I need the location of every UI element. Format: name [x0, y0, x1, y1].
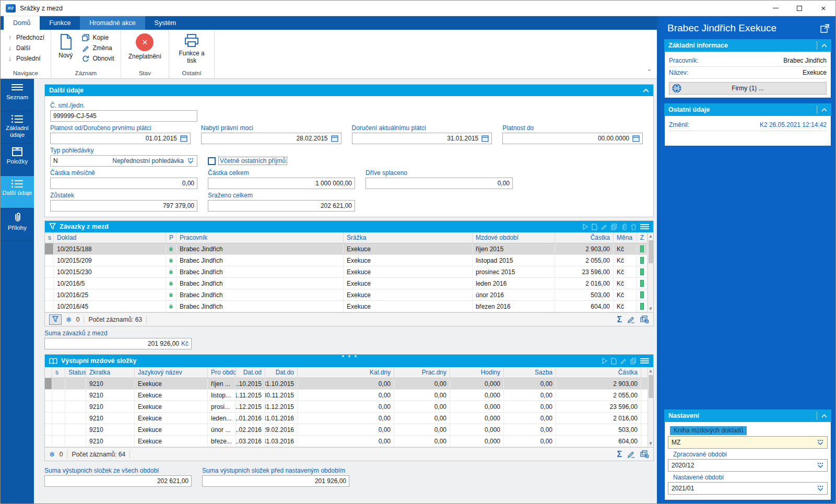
vystupni-row[interactable]: 9210Exekuceprosi...01.12.201531.12.20150…	[45, 401, 647, 413]
col-castka[interactable]: Částka	[555, 232, 614, 243]
col-zkratka[interactable]: Zkratka	[86, 367, 135, 378]
copy-add-icon[interactable]	[640, 315, 649, 323]
sidebar-item-dalsi-udaje[interactable]: Další údaje	[1, 176, 34, 208]
col-obdobi[interactable]: Mzdové období	[473, 232, 555, 243]
col-jazykovy[interactable]: Jazykový název	[135, 367, 208, 378]
vystupni-row[interactable]: 9210Exekucebřeze...01.03.201631.03.20160…	[45, 436, 647, 447]
sum-icon[interactable]: Σ	[617, 315, 622, 324]
maximize-button[interactable]	[787, 1, 811, 16]
edit-icon[interactable]	[627, 450, 635, 458]
col-pro-obdobi[interactable]: Pro obdo	[208, 367, 236, 378]
vcetne-checkbox-row[interactable]: Včetně ostatních příjmů	[208, 155, 287, 167]
zavazky-scrollbar[interactable]: ▲ ▼	[647, 232, 653, 312]
vystupni-row[interactable]: 9210Exekuceříjen ...01.10.201531.10.2015…	[45, 378, 647, 390]
vystupni-row[interactable]: 9210Exekuceúnor ...01.02.201629.02.20160…	[45, 424, 647, 436]
open-external-icon[interactable]	[820, 24, 829, 33]
vystupni-scrollbar[interactable]: ▲ ▼	[647, 367, 653, 447]
collapse-chevron-icon[interactable]	[821, 44, 827, 48]
scroll-down-icon[interactable]: ▼	[648, 305, 653, 312]
delete-icon[interactable]	[631, 224, 637, 230]
sidebar-item-prilohy[interactable]: Přílohy	[1, 208, 34, 241]
doruceni-field[interactable]: 31.01.2015	[352, 133, 492, 144]
typ-field[interactable]: N Nepřednostní pohledávka	[50, 155, 197, 167]
kopie-button[interactable]: Kopie	[79, 33, 117, 42]
new-icon[interactable]	[611, 358, 617, 365]
celkem-field[interactable]: 1 000 000,00	[208, 178, 355, 189]
scroll-up-icon[interactable]: ▲	[648, 367, 653, 374]
cislo-field[interactable]: 999999-CJ-545	[50, 110, 197, 122]
col-mena[interactable]: Měna	[614, 232, 637, 243]
calendar-icon[interactable]	[180, 135, 187, 142]
col-prac-dny[interactable]: Prac.dny	[394, 367, 450, 378]
scroll-up-icon[interactable]: ▲	[648, 232, 653, 240]
col-s[interactable]: s	[52, 367, 65, 378]
obnovit-button[interactable]: Obnovit	[79, 54, 117, 63]
firmy-button[interactable]: Firmy (1) ...	[669, 82, 827, 95]
col-pracovnik[interactable]: Pracovník	[176, 232, 344, 243]
zavazky-row[interactable]: 10/2016/45 Brabec JindřichExekucebřezen …	[45, 301, 647, 312]
mesicne-field[interactable]: 0,00	[50, 178, 197, 189]
new-icon[interactable]	[592, 224, 597, 230]
calendar-icon[interactable]	[481, 135, 489, 142]
scroll-thumb[interactable]	[649, 240, 653, 263]
calendar-icon[interactable]	[632, 135, 640, 142]
col-hodiny[interactable]: Hodiny	[450, 367, 504, 378]
dalsi-button[interactable]: ↓Další	[4, 43, 48, 52]
col-s[interactable]: s	[45, 232, 54, 243]
attachment-icon[interactable]	[621, 223, 627, 230]
zavazky-row[interactable]: 10/2015/230 Brabec JindřichExekuceprosin…	[45, 266, 647, 278]
collapse-chevron-icon[interactable]	[821, 414, 827, 418]
edit-icon[interactable]	[620, 358, 627, 364]
drive-field[interactable]: 0,00	[366, 178, 513, 189]
platnost-od-field[interactable]: 01.01.2015	[50, 133, 191, 144]
edit-icon[interactable]	[601, 224, 607, 230]
calendar-icon[interactable]	[331, 135, 338, 142]
tab-hromadne-akce[interactable]: Hromadné akce	[80, 16, 145, 30]
col-castka[interactable]: Částka	[556, 367, 641, 378]
run-icon[interactable]	[582, 224, 588, 230]
dropdown-icon[interactable]	[817, 485, 824, 491]
tab-domu[interactable]: Domů	[4, 16, 40, 30]
sidebar-item-seznam[interactable]: Seznam	[1, 79, 34, 111]
collapse-chevron-icon[interactable]	[821, 108, 827, 112]
suma-vsech-field[interactable]: 202 621,00	[44, 475, 192, 487]
copy-icon[interactable]	[630, 358, 637, 365]
frozen-icon[interactable]: ❄	[66, 315, 72, 324]
splitter-handle[interactable]	[342, 355, 357, 357]
nabyti-field[interactable]: 28.02.2015	[201, 133, 342, 144]
zavazky-row[interactable]: 10/2016/5 Brabec JindřichExekuceleden 20…	[45, 278, 647, 289]
checkbox-icon[interactable]	[208, 157, 216, 165]
zavazky-row[interactable]: 10/2016/25 Brabec JindřichExekuceúnor 20…	[45, 289, 647, 301]
platnost-do-field[interactable]: 00.00.0000	[502, 133, 643, 144]
scroll-thumb[interactable]	[649, 375, 653, 398]
zustatek-field[interactable]: 797 379,00	[50, 200, 197, 212]
novy-button[interactable]: Nový	[54, 32, 77, 63]
frozen-icon[interactable]: ❄	[49, 450, 55, 459]
dropdown-icon[interactable]	[817, 439, 824, 446]
copy-add-icon[interactable]	[640, 450, 649, 458]
zmena-button[interactable]: Změna	[79, 44, 117, 52]
nastavene-field[interactable]: 2021/01	[668, 482, 828, 495]
col-status[interactable]: Status	[65, 367, 86, 378]
tab-funkce[interactable]: Funkce	[40, 16, 80, 30]
ribbon-collapse-icon[interactable]: ⌃	[647, 68, 652, 75]
predchozi-button[interactable]: ↑Předchozí	[4, 33, 48, 42]
zavazky-row[interactable]: 10/2015/188 Brabec JindřichExekuceříjen …	[45, 243, 647, 255]
minimize-button[interactable]	[763, 1, 787, 16]
col-srazka[interactable]: Srážka	[344, 232, 473, 243]
col-doklad[interactable]: Doklad	[54, 232, 166, 243]
col-kal-dny[interactable]: Kal.dny	[298, 367, 394, 378]
vystupni-row[interactable]: 9210Exekucelistop...01.11.201530.11.2015…	[45, 390, 647, 401]
collapse-chevron-icon[interactable]	[643, 89, 649, 92]
suma-zavazku-field[interactable]: 201 926,00 Kč	[44, 338, 192, 349]
funkce-a-tisk-button[interactable]: Funkce a tisk	[172, 32, 211, 65]
table-menu-icon[interactable]	[640, 357, 649, 365]
run-icon[interactable]	[602, 358, 607, 364]
zneplatneni-button[interactable]: × Zneplatnění	[124, 32, 166, 60]
zpracovane-field[interactable]: 2020/12	[668, 459, 828, 472]
dropdown-icon[interactable]	[817, 462, 824, 468]
vystupni-row[interactable]: 9210Exekuceleden...01.01.201631.01.20160…	[45, 413, 647, 424]
col-p[interactable]: P	[166, 232, 176, 243]
sidebar-item-polozky[interactable]: Položky	[1, 144, 34, 176]
srazeno-field[interactable]: 202 621,00	[208, 200, 355, 212]
